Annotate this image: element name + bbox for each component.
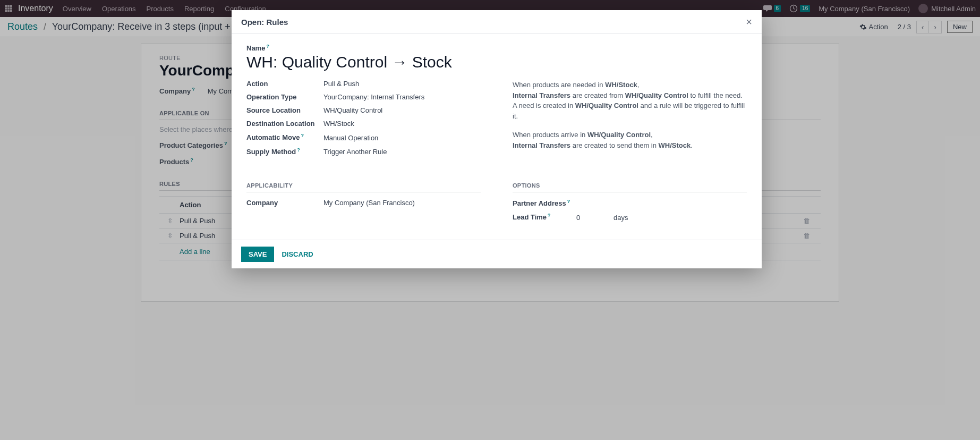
operation-type-label: Operation Type [246,93,323,101]
options-section: OPTIONS [513,182,747,192]
modal-title: Open: Rules [241,18,288,27]
lead-time-value[interactable]: 0 [576,214,613,222]
automatic-move-value[interactable]: Manual Operation [323,134,378,142]
rules-modal: Open: Rules × Name? WH: Quality Control … [232,10,762,268]
name-label: Name? [246,44,747,52]
partner-address-label: Partner Address? [513,199,576,207]
supply-method-value[interactable]: Trigger Another Rule [323,148,387,156]
save-button[interactable]: SAVE [241,247,274,262]
rule-description: When products are needed in WH/Stock, In… [513,80,747,161]
modal-footer: SAVE DISCARD [232,240,762,268]
rule-name[interactable]: WH: Quality Control → Stock [246,53,747,71]
lead-time-unit: days [613,214,628,222]
modal-header: Open: Rules × [232,10,762,34]
action-value[interactable]: Pull & Push [323,80,359,88]
supply-method-label: Supply Method? [246,147,323,156]
destination-location-label: Destination Location [246,120,323,128]
action-label: Action [246,80,323,88]
company-label: Company [246,199,323,207]
source-location-value[interactable]: WH/Quality Control [323,106,382,114]
operation-type-value[interactable]: YourCompany: Internal Transfers [323,93,424,101]
destination-location-value[interactable]: WH/Stock [323,120,354,128]
discard-button[interactable]: DISCARD [282,250,313,258]
lead-time-label: Lead Time? [513,213,576,221]
applicability-section: APPLICABILITY [246,182,481,192]
company-value[interactable]: My Company (San Francisco) [323,199,415,207]
close-icon[interactable]: × [746,16,752,27]
left-column: ActionPull & Push Operation TypeYourComp… [246,80,481,161]
source-location-label: Source Location [246,106,323,114]
automatic-move-label: Automatic Move? [246,133,323,141]
